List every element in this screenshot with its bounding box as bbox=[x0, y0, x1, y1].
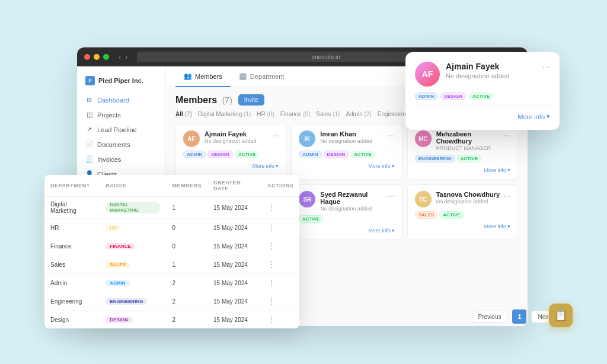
popup-dots-menu[interactable]: ··· bbox=[542, 62, 550, 72]
dept-row-6: Engineering ENGINEERING 2 15 May 2024 ⋮ bbox=[44, 292, 299, 311]
tab-department[interactable]: 🏢 Department bbox=[231, 66, 292, 87]
dept-actions-5[interactable]: ⋮ bbox=[261, 274, 299, 292]
maximize-dot[interactable] bbox=[103, 54, 109, 60]
more-info-2[interactable]: More info ▾ bbox=[299, 163, 394, 169]
dept-created-5: 15 May 2024 bbox=[207, 274, 261, 292]
sidebar-item-invoices[interactable]: 🧾 Invoices bbox=[77, 152, 165, 167]
badge-engineering-3: ENGINEERING bbox=[415, 155, 455, 162]
dept-actions-1[interactable]: ⋮ bbox=[261, 197, 299, 219]
member-card-5: SR Syed Rezwanul Haque No designation ad… bbox=[291, 184, 402, 240]
chevron-down-icon-popup: ▾ bbox=[547, 113, 550, 120]
documents-icon: 📄 bbox=[85, 141, 93, 148]
col-members: MEMBERS bbox=[167, 175, 208, 197]
dept-name-3: Finance bbox=[44, 237, 100, 256]
lead-icon: ↗ bbox=[85, 126, 93, 133]
dept-created-6: 15 May 2024 bbox=[207, 292, 261, 311]
dept-members-7: 2 bbox=[167, 311, 208, 329]
prev-button[interactable]: Previous bbox=[472, 311, 508, 323]
back-button[interactable]: ‹ bbox=[119, 52, 122, 62]
department-table: DEPARTMENT BADGE MEMBERS CREATED DATE AC… bbox=[44, 175, 299, 328]
member-name-5: Syed Rezwanul Haque bbox=[320, 191, 388, 205]
member-name-6: Tasnova Chowdhury bbox=[436, 191, 500, 198]
avatar-3: MC bbox=[415, 130, 432, 147]
dept-members-1: 1 bbox=[167, 197, 208, 219]
dept-members-4: 1 bbox=[167, 256, 208, 274]
dept-actions-4[interactable]: ⋮ bbox=[261, 256, 299, 274]
member-dots-1[interactable]: ··· bbox=[272, 130, 279, 140]
minimize-dot[interactable] bbox=[94, 54, 100, 60]
company-name: Pied Piper Inc. bbox=[98, 77, 143, 84]
member-details-2: Imran Khan No designation added bbox=[320, 130, 372, 144]
filter-finance[interactable]: Finance (0) bbox=[280, 110, 311, 118]
popup-divider bbox=[415, 105, 550, 106]
dept-created-2: 15 May 2024 bbox=[207, 219, 261, 237]
dept-name-4: Sales bbox=[44, 256, 100, 274]
sidebar-item-lead-pipeline[interactable]: ↗ Lead Pipeline bbox=[77, 122, 165, 137]
popup-badges: ADMIN DESIGN ACTIVE bbox=[415, 92, 550, 100]
more-info-3[interactable]: More info ▾ bbox=[415, 167, 510, 173]
badge-active-2: ACTIVE bbox=[350, 151, 375, 158]
member-dots-5[interactable]: ··· bbox=[388, 191, 395, 200]
current-page: 1 bbox=[512, 309, 526, 324]
sidebar-label-projects: Projects bbox=[97, 111, 121, 119]
dept-actions-6[interactable]: ⋮ bbox=[261, 292, 299, 311]
member-badges-5: ACTIVE bbox=[299, 215, 394, 223]
tab-members[interactable]: 👥 Members bbox=[175, 66, 231, 87]
filter-hr[interactable]: HR (0) bbox=[257, 110, 274, 118]
filter-all[interactable]: All (7) bbox=[175, 110, 192, 118]
member-dots-2[interactable]: ··· bbox=[388, 130, 395, 140]
dashboard-icon: ⊞ bbox=[85, 96, 93, 104]
badge-admin-2: ADMIN bbox=[299, 151, 321, 158]
more-info-6[interactable]: More info ▾ bbox=[415, 223, 510, 229]
forward-button[interactable]: › bbox=[125, 52, 128, 62]
popup-more-info[interactable]: More info ▾ bbox=[415, 113, 550, 120]
badge-sales-6: SALES bbox=[415, 211, 438, 219]
sidebar-item-projects[interactable]: ◫ Projects bbox=[77, 107, 165, 122]
dept-actions-2[interactable]: ⋮ bbox=[261, 219, 299, 237]
member-card-2: IK Imran Khan No designation added ··· A… bbox=[291, 124, 402, 180]
member-card-3: MC Mehzabeen Chowdhury PRODUCT MANAGER ·… bbox=[407, 124, 518, 180]
dept-badge-1: DIGITAL MARKETING bbox=[100, 197, 166, 219]
member-dots-3[interactable]: ··· bbox=[503, 130, 510, 140]
popup-badge-design: DESIGN bbox=[440, 92, 466, 100]
member-details-1: Ajmain Fayek No designation added bbox=[205, 130, 257, 144]
sidebar-label-lead: Lead Pipeline bbox=[97, 126, 137, 133]
more-info-1[interactable]: More info ▾ bbox=[183, 163, 279, 169]
dept-actions-3[interactable]: ⋮ bbox=[261, 237, 299, 256]
sidebar-label-documents: Documents bbox=[97, 141, 130, 148]
dept-created-1: 15 May 2024 bbox=[207, 197, 261, 219]
department-tab-label: Department bbox=[250, 73, 284, 80]
dept-badge-5: ADMIN bbox=[100, 274, 166, 292]
member-dots-6[interactable]: ··· bbox=[503, 191, 510, 200]
members-title: Members (7) bbox=[175, 95, 232, 106]
dept-name-6: Engineering bbox=[44, 292, 100, 311]
member-designation-3: PRODUCT MANAGER bbox=[436, 145, 504, 151]
dept-name-2: HR bbox=[44, 219, 100, 237]
dept-members-6: 2 bbox=[167, 292, 208, 311]
filter-admin[interactable]: Admin (2) bbox=[346, 110, 371, 118]
member-badges-6: SALES ACTIVE bbox=[415, 211, 510, 219]
member-name-1: Ajmain Fayek bbox=[205, 130, 257, 138]
fab-button[interactable]: 📋 bbox=[549, 304, 573, 327]
dept-actions-7[interactable]: ⋮ bbox=[261, 311, 299, 329]
more-info-label: More info bbox=[517, 113, 545, 120]
popup-badge-admin: ADMIN bbox=[415, 92, 437, 100]
member-info-1: AF Ajmain Fayek No designation added bbox=[183, 130, 257, 147]
chevron-down-icon-2: ▾ bbox=[392, 163, 395, 169]
sidebar-item-dashboard[interactable]: ⊞ Dashboard bbox=[77, 92, 165, 107]
filter-digital-marketing[interactable]: Digital Marketing (1) bbox=[198, 110, 251, 118]
invoices-icon: 🧾 bbox=[85, 155, 93, 163]
dept-created-3: 15 May 2024 bbox=[207, 237, 261, 256]
sidebar-item-documents[interactable]: 📄 Documents bbox=[77, 137, 165, 152]
badge-design-2: DESIGN bbox=[324, 151, 349, 158]
more-info-5[interactable]: More info ▾ bbox=[299, 228, 394, 234]
dept-row-1: Digital Marketing DIGITAL MARKETING 1 15… bbox=[44, 197, 299, 219]
members-tab-icon: 👥 bbox=[184, 72, 192, 80]
member-info-6: TC Tasnova Chowdhury No designation adde… bbox=[415, 191, 500, 207]
popup-header: AF Ajmain Fayek No designation added ··· bbox=[415, 62, 550, 87]
filter-sales[interactable]: Sales (1) bbox=[316, 110, 340, 118]
dept-badge-7: DESIGN bbox=[100, 311, 166, 329]
close-dot[interactable] bbox=[84, 54, 90, 60]
invite-button[interactable]: Invite bbox=[238, 94, 264, 106]
dept-row-3: Finance FINANCE 0 15 May 2024 ⋮ bbox=[44, 237, 299, 256]
